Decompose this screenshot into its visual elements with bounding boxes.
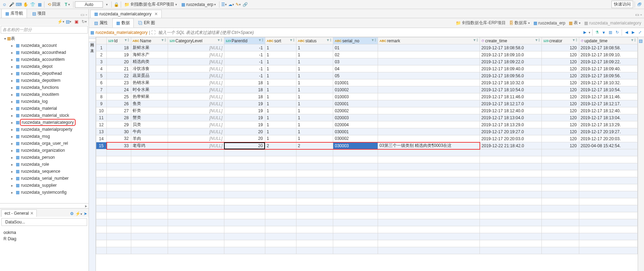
cell-Name[interactable]: 热销水果 <box>131 79 168 86</box>
table-row[interactable]: 118新鲜水果[NULL]-111012019-12-17 18:08:58.0… <box>96 44 638 51</box>
refresh-icon[interactable]: ↻▾ <box>81 19 87 25</box>
cell-serial_no[interactable]: 030003 <box>333 142 378 149</box>
cell-creator[interactable]: 120 <box>542 100 579 107</box>
cell-Id[interactable]: 25 <box>107 93 131 100</box>
cell-ParentId[interactable]: -1 <box>224 72 265 79</box>
cell-status[interactable]: 1 <box>296 79 333 86</box>
tree-item-ruozedata_accounthead[interactable]: ▸▦ruozedata_accounthead <box>0 49 89 56</box>
side-tab-grid[interactable]: 网格 <box>89 38 96 42</box>
cell-create_time[interactable]: 2019-12-17 18:09:10.0 <box>480 51 542 58</box>
cell-Name[interactable]: 蔬菜蛋品 <box>131 72 168 79</box>
cell-Id[interactable]: 29 <box>107 121 131 128</box>
next-icon[interactable]: ▶ <box>630 30 636 35</box>
col-Id[interactable]: 123 Id▼‡ <box>107 37 131 44</box>
col-create_time[interactable]: ⏱ create_time▼‡ <box>480 37 542 44</box>
cell-CategoryLevel[interactable]: [NULL] <box>168 86 224 93</box>
cell-serial_no[interactable]: 020003 <box>333 114 378 121</box>
tab-er[interactable]: ⿻ER 图 <box>134 18 159 28</box>
cell-serial_no[interactable]: 010003 <box>333 93 378 100</box>
cell-create_time[interactable]: 2019-12-17 18:08:58.0 <box>480 44 542 51</box>
grid-icon[interactable]: ▦ <box>36 1 43 8</box>
cell-CategoryLevel[interactable]: [NULL] <box>168 100 224 107</box>
tree-item-ruozedata_depothead[interactable]: ▸▦ruozedata_depothead <box>0 70 89 77</box>
cell-sort[interactable]: 1 <box>265 51 296 58</box>
cell-CategoryLevel[interactable]: [NULL] <box>168 142 224 149</box>
tree-item-ruozedata_sequence[interactable]: ▸▦ruozedata_sequence <box>0 168 89 175</box>
cell-ParentId[interactable]: -1 <box>224 65 265 72</box>
cell-ParentId[interactable]: 19 <box>224 121 265 128</box>
tree-item-ruozedata_depotitem[interactable]: ▸▦ruozedata_depotitem <box>0 77 89 84</box>
cell-Name[interactable]: 鱼类 <box>131 100 168 107</box>
cell-Id[interactable]: 19 <box>107 51 131 58</box>
cell-ParentId[interactable]: -1 <box>224 44 265 51</box>
panel-toggle-icon[interactable]: ▤ <box>638 37 644 45</box>
cell-sort[interactable]: 1 <box>265 79 296 86</box>
auto-dropdown-icon[interactable]: ▾ <box>104 1 110 8</box>
cell-ParentId[interactable]: -1 <box>224 58 265 65</box>
new-icon[interactable]: ▤▾ <box>65 19 72 25</box>
tree-item-ruozedata_inoutitem[interactable]: ▸▦ruozedata_inoutitem <box>0 91 89 98</box>
col-status[interactable]: ABC status▼‡ <box>296 37 333 44</box>
cell-ParentId[interactable]: 19 <box>224 114 265 121</box>
cell-update_time[interactable]: 2019-12-17 20:19:27. <box>579 128 637 135</box>
cell-update_time[interactable]: 2019-12-17 18:12:17. <box>579 100 637 107</box>
cell-Id[interactable]: 26 <box>107 100 131 107</box>
cell-Id[interactable]: 27 <box>107 107 131 114</box>
cell-creator[interactable]: 120 <box>542 72 579 79</box>
cell-creator[interactable]: 120 <box>542 65 579 72</box>
editor-tab[interactable]: ▦ ruozedata_materialcategory ✕ <box>90 10 162 18</box>
cell-creator[interactable]: 120 <box>542 51 579 58</box>
cell-serial_no[interactable]: 02 <box>333 51 378 58</box>
cell-update_time[interactable]: 2019-12-17 18:13:29. <box>579 121 637 128</box>
schema-combo[interactable]: ▦ruozedata_erp▾ <box>180 1 218 8</box>
project-tab[interactable]: ▤项目 <box>28 9 50 18</box>
col-rownum[interactable] <box>96 37 107 44</box>
cell-sort[interactable]: 1 <box>265 44 296 51</box>
keyboard-icon[interactable]: ⌨ <box>15 1 22 8</box>
tree-item-ruozedata_serial_number[interactable]: ▸▦ruozedata_serial_number <box>0 175 89 182</box>
cell-create_time[interactable]: 2019-12-22 21:18:42.0 <box>480 142 542 149</box>
table-row[interactable]: 522蔬菜蛋品[NULL]-111052019-12-17 18:09:56.0… <box>96 72 638 79</box>
cell-creator[interactable]: 120 <box>542 93 579 100</box>
cell-remark[interactable] <box>378 79 480 86</box>
cell-update_time[interactable]: 2019-12-17 18:12:40. <box>579 107 637 114</box>
close-tab-icon[interactable]: ✕ <box>154 12 158 16</box>
table-row[interactable]: 1533老母鸡[NULL]202203000303第三个一级类别 精选肉类¶00… <box>96 142 638 149</box>
cell-create_time[interactable]: 2019-12-17 18:10:54.0 <box>480 86 542 93</box>
tree-item-ruozedata_material[interactable]: ▸▦ruozedata_material <box>0 105 89 112</box>
cell-sort[interactable]: 1 <box>265 128 296 135</box>
cell-sort[interactable]: 1 <box>265 107 296 114</box>
connect2-icon[interactable]: ⚡▾ <box>75 211 82 216</box>
cell-Name[interactable]: 时令水果 <box>131 86 168 93</box>
cell-status[interactable]: 1 <box>296 51 333 58</box>
cell-sort[interactable]: 1 <box>265 72 296 79</box>
cell-CategoryLevel[interactable]: [NULL] <box>168 79 224 86</box>
connect-icon[interactable]: ⚡▾ <box>58 19 64 25</box>
auto-combo[interactable]: Auto <box>75 1 103 8</box>
table-row[interactable]: 219海鲜水产[NULL]-111022019-12-17 18:09:10.0… <box>96 51 638 58</box>
table-row[interactable]: 825热带鲜果[NULL]18110100032019-12-17 18:11:… <box>96 93 638 100</box>
cell-sort[interactable]: 1 <box>265 58 296 65</box>
cell-Id[interactable]: 22 <box>107 72 131 79</box>
cell-CategoryLevel[interactable]: [NULL] <box>168 121 224 128</box>
cell-remark[interactable] <box>378 107 480 114</box>
expand-icon[interactable]: ⤢ <box>637 30 643 35</box>
prev-icon[interactable]: ◀ <box>624 30 629 35</box>
tree-item-ruozedata_orga_user_rel[interactable]: ▸▦ruozedata_orga_user_rel <box>0 140 89 147</box>
cell-remark[interactable] <box>378 93 480 100</box>
cell-status[interactable]: 1 <box>296 72 333 79</box>
cell-sort[interactable]: 1 <box>265 121 296 128</box>
col-update_time[interactable]: ⏱ update_time▼‡ <box>579 37 637 44</box>
cell-update_time[interactable]: 2019-12-17 20:20:03. <box>579 135 637 142</box>
cell-Name[interactable]: 牛肉 <box>131 128 168 135</box>
bookmarks-item[interactable]: ookma <box>2 229 86 236</box>
cell-status[interactable]: 1 <box>296 86 333 93</box>
datasource-tab[interactable]: DataSou... <box>1 218 87 226</box>
cell-status[interactable]: 1 <box>296 44 333 51</box>
commit-icon[interactable]: ▣ <box>73 19 79 25</box>
cell-status[interactable]: 1 <box>296 93 333 100</box>
cell-CategoryLevel[interactable]: [NULL] <box>168 44 224 51</box>
table-row[interactable]: 421冷饮冻食[NULL]-111042019-12-17 18:09:40.0… <box>96 65 638 72</box>
cell-CategoryLevel[interactable]: [NULL] <box>168 93 224 100</box>
cell-Id[interactable]: 20 <box>107 58 131 65</box>
